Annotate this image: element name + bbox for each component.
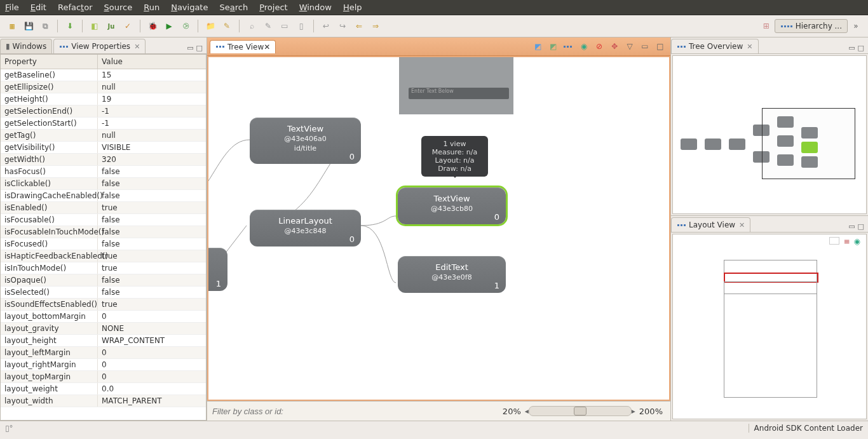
property-row[interactable]: layout_rightMargin0	[1, 359, 206, 371]
menu-refactor[interactable]: Refactor	[58, 3, 93, 12]
overview-viewport-rect[interactable]	[762, 108, 855, 179]
junit-button[interactable]: Ju	[105, 20, 118, 32]
hierarchy-perspective-button[interactable]: Hierarchy ...	[775, 19, 848, 33]
minimize-icon[interactable]: ▭	[639, 41, 651, 52]
tab-tree-view[interactable]: Tree View ✕	[210, 40, 276, 53]
close-icon[interactable]: ✕	[264, 43, 270, 51]
close-icon[interactable]: ✕	[747, 43, 752, 51]
minimize-icon[interactable]: ▭	[187, 44, 193, 52]
tree-node-textview-title[interactable]: TextView @43e406a0 id/title 0	[250, 118, 361, 164]
property-row[interactable]: isEnabled()true	[1, 202, 206, 214]
tree-node-edittext[interactable]: EditText @43e3e0f8 1	[398, 256, 506, 293]
maximize-icon[interactable]: □	[858, 222, 864, 231]
zoom-slider[interactable]	[529, 406, 632, 416]
save-button[interactable]: 💾	[22, 20, 35, 32]
avd-manager-button[interactable]: ◧	[88, 20, 101, 32]
save-png-button[interactable]: ◩	[532, 41, 544, 52]
nav-back-button[interactable]: ⇐	[353, 20, 365, 32]
layout-canvas[interactable]: ≡ ◉	[672, 234, 867, 419]
menu-project[interactable]: Project	[259, 3, 288, 12]
view-menu-button[interactable]: ▽	[624, 41, 635, 52]
property-row[interactable]: getTag()null	[1, 130, 206, 142]
layout-child-box[interactable]	[724, 281, 817, 294]
layout-titlebar-box[interactable]	[724, 260, 817, 274]
on-white-button[interactable]	[829, 237, 839, 245]
tree-node-linearlayout[interactable]: LinearLayout @43e3c848 0	[250, 210, 361, 247]
property-row[interactable]: layout_leftMargin0	[1, 347, 206, 359]
minimize-icon[interactable]: ▭	[848, 44, 855, 52]
zoom-slider-left-icon[interactable]: ◂	[525, 407, 529, 415]
tab-tree-overview[interactable]: Tree Overview ✕	[671, 39, 759, 53]
menu-run[interactable]: Run	[144, 3, 159, 12]
nav-back-wide[interactable]: ↩	[320, 20, 332, 32]
col-value[interactable]: Value	[98, 55, 126, 69]
property-row[interactable]: isFocusable()false	[1, 214, 206, 226]
close-icon[interactable]: ✕	[134, 43, 140, 51]
zoom-slider-thumb[interactable]	[574, 407, 587, 415]
on-black-button[interactable]: ≡	[843, 237, 850, 246]
run-button[interactable]: ▶	[163, 20, 175, 32]
property-row[interactable]: isFocused()false	[1, 238, 206, 250]
tab-layout-view[interactable]: Layout View ✕	[671, 217, 750, 232]
zoom-slider-right-icon[interactable]: ▸	[632, 407, 635, 415]
refresh-view-button[interactable]	[563, 41, 574, 52]
property-row[interactable]: hasFocus()false	[1, 166, 206, 178]
nav-fwd-wide[interactable]: ↪	[336, 20, 349, 32]
property-row[interactable]: getEllipsize()null	[1, 81, 206, 93]
property-row[interactable]: layout_gravityNONE	[1, 323, 206, 335]
tab-windows[interactable]: ▮ Windows	[0, 39, 52, 53]
property-row[interactable]: getVisibility()VISIBLE	[1, 142, 206, 154]
property-row[interactable]: isOpaque()false	[1, 274, 206, 287]
property-row[interactable]: layout_topMargin0	[1, 371, 206, 383]
tree-view-canvas[interactable]: Enter Text Below 1 TextView @43e406a0 id…	[207, 56, 670, 401]
status-icon[interactable]: ▯°	[5, 424, 13, 433]
col-property[interactable]: Property	[1, 55, 98, 69]
open-perspective-button[interactable]: ⊞	[760, 20, 773, 32]
toggle-mark-button[interactable]: ▭	[278, 20, 291, 32]
menu-navigate[interactable]: Navigate	[171, 3, 208, 12]
perspective-more-button[interactable]: »	[850, 20, 862, 32]
close-icon[interactable]: ✕	[739, 221, 745, 229]
tree-node-textview-selected[interactable]: TextView @43e3cb80 0	[398, 187, 506, 224]
menu-source[interactable]: Source	[104, 3, 133, 12]
maximize-icon[interactable]: □	[858, 44, 864, 52]
tree-node-partial[interactable]: 1	[207, 248, 227, 291]
property-row[interactable]: isHapticFeedbackEnabled()true	[1, 250, 206, 262]
new-package-button[interactable]: ✎	[220, 20, 233, 32]
sdk-manager-button[interactable]: ⬇	[64, 20, 76, 32]
invalidate-button[interactable]: ⊘	[593, 41, 605, 52]
menu-help[interactable]: Help	[343, 3, 362, 12]
minimize-icon[interactable]: ▭	[848, 222, 855, 231]
property-row[interactable]: getSelectionEnd()-1	[1, 105, 206, 118]
property-row[interactable]: getSelectionStart()-1	[1, 118, 206, 130]
property-row[interactable]: isDrawingCacheEnabled()false	[1, 190, 206, 202]
new-project-button[interactable]: 📁	[204, 20, 217, 32]
property-row[interactable]: layout_widthMATCH_PARENT	[1, 395, 206, 407]
property-row[interactable]: layout_bottomMargin0	[1, 311, 206, 323]
tab-view-properties[interactable]: View Properties ✕	[53, 39, 146, 53]
property-row[interactable]: isFocusableInTouchMode()false	[1, 226, 206, 238]
property-row[interactable]: layout_heightWRAP_CONTENT	[1, 335, 206, 347]
property-row[interactable]: getWidth()320	[1, 154, 206, 166]
property-row[interactable]: isInTouchMode()true	[1, 262, 206, 274]
new-button[interactable]: ▦	[6, 20, 18, 32]
menu-edit[interactable]: Edit	[31, 3, 46, 12]
properties-table[interactable]: Property Value getBaseline()15getEllipsi…	[0, 54, 207, 421]
toggle-block-button[interactable]: ▯	[295, 20, 308, 32]
search-button[interactable]: ✎	[262, 20, 275, 32]
overview-canvas[interactable]	[672, 55, 867, 214]
menu-window[interactable]: Window	[299, 3, 332, 12]
request-layout-button[interactable]: ✥	[609, 41, 620, 52]
display-view-button[interactable]: ◉	[578, 41, 590, 52]
debug-button[interactable]: 🐞	[146, 20, 159, 32]
maximize-icon[interactable]: □	[196, 44, 203, 52]
capture-psd-button[interactable]: ◩	[548, 41, 559, 52]
nav-fwd-button[interactable]: ⇒	[369, 20, 382, 32]
property-row[interactable]: isSelected()false	[1, 287, 206, 299]
property-row[interactable]: layout_weight0.0	[1, 383, 206, 395]
property-row[interactable]: isSoundEffectsEnabled()true	[1, 299, 206, 311]
maximize-icon[interactable]: □	[654, 41, 666, 52]
open-type-button[interactable]: ⌕	[245, 20, 258, 32]
menu-search[interactable]: Search	[219, 3, 248, 12]
run-ext-button[interactable]: ⧁	[179, 20, 192, 32]
